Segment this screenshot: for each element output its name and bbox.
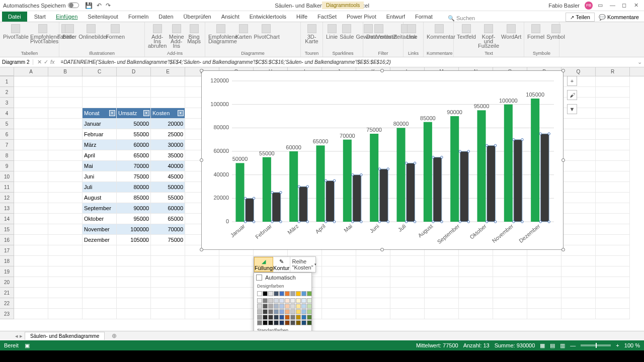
color-swatch[interactable] xyxy=(268,320,273,325)
cell[interactable] xyxy=(117,256,151,266)
cell[interactable] xyxy=(425,277,459,288)
cell[interactable] xyxy=(493,288,527,298)
cell[interactable]: 25000 xyxy=(151,129,185,140)
series-dropdown[interactable]: Reihe "Kosten" ▾ xyxy=(290,257,318,272)
cell[interactable] xyxy=(561,119,596,129)
cell[interactable] xyxy=(322,309,356,319)
color-swatch[interactable] xyxy=(296,304,301,309)
tab-factset[interactable]: FactSet xyxy=(312,12,342,22)
cell[interactable]: November xyxy=(83,224,117,235)
color-swatch[interactable] xyxy=(263,298,268,303)
cell[interactable] xyxy=(596,256,630,266)
tab-format[interactable]: Format xyxy=(410,12,438,22)
cell[interactable] xyxy=(48,214,83,224)
cell[interactable]: 105000 xyxy=(117,235,151,245)
user-name[interactable]: Fabio Basler xyxy=(548,3,580,9)
color-swatch[interactable] xyxy=(279,309,284,314)
cell[interactable] xyxy=(356,256,390,266)
color-swatch[interactable] xyxy=(263,320,268,325)
cell[interactable] xyxy=(219,309,254,319)
cell[interactable]: 30000 xyxy=(151,140,185,150)
ribbon-formel[interactable]: Formel xyxy=(527,23,544,39)
cell[interactable] xyxy=(83,266,117,277)
cell[interactable] xyxy=(48,161,83,171)
cell[interactable] xyxy=(596,161,630,171)
name-box[interactable]: Diagramm 2 xyxy=(0,59,33,65)
cell[interactable] xyxy=(459,309,493,319)
cell[interactable] xyxy=(561,214,596,224)
cell[interactable]: 35000 xyxy=(151,150,185,161)
color-swatch[interactable] xyxy=(268,298,273,303)
cell[interactable] xyxy=(117,87,151,98)
cell[interactable]: 95000 xyxy=(117,214,151,224)
ribbon-formen[interactable]: Formen xyxy=(106,23,125,39)
cell[interactable] xyxy=(48,245,83,256)
cell[interactable] xyxy=(151,309,185,319)
cell[interactable]: 45000 xyxy=(151,171,185,182)
cell[interactable] xyxy=(185,288,219,298)
cell[interactable] xyxy=(14,98,48,108)
fill-button[interactable]: ◢ Füllung xyxy=(254,257,273,272)
ribbon-bilder[interactable]: Bilder xyxy=(62,23,76,39)
cell[interactable] xyxy=(185,256,219,266)
cell[interactable] xyxy=(117,98,151,108)
cell[interactable] xyxy=(14,288,48,298)
color-swatch[interactable] xyxy=(257,304,262,309)
cell[interactable] xyxy=(83,298,117,309)
close-icon[interactable]: ✕ xyxy=(634,2,641,9)
cell[interactable] xyxy=(48,203,83,214)
cell[interactable] xyxy=(48,193,83,203)
cell[interactable] xyxy=(48,171,83,182)
cell[interactable] xyxy=(48,224,83,235)
col-header[interactable]: B xyxy=(48,67,83,76)
cell[interactable] xyxy=(322,266,356,277)
cell[interactable] xyxy=(48,98,83,108)
formula-bar[interactable]: =DATENREIHE('Säulen- und Balkendiagramme… xyxy=(59,59,635,65)
cell[interactable] xyxy=(48,150,83,161)
cell[interactable] xyxy=(322,256,356,266)
color-swatch[interactable] xyxy=(279,304,284,309)
cell[interactable] xyxy=(561,224,596,235)
color-swatch[interactable] xyxy=(301,315,306,320)
ribbon-karten[interactable]: Karten xyxy=(235,23,252,39)
cell[interactable] xyxy=(14,256,48,266)
color-swatch[interactable] xyxy=(301,298,306,303)
cell[interactable] xyxy=(117,277,151,288)
chart-styles-button[interactable]: 🖌 xyxy=(567,90,577,100)
color-swatch[interactable] xyxy=(279,320,284,325)
color-swatch[interactable] xyxy=(285,309,290,314)
sheet-tab[interactable]: Säulen- und Balkendiagramme xyxy=(25,332,105,340)
cell[interactable] xyxy=(151,288,185,298)
cell[interactable]: Oktober xyxy=(83,214,117,224)
cell[interactable] xyxy=(561,203,596,214)
ribbon-wordart[interactable]: WordArt xyxy=(501,23,521,39)
cell[interactable]: Kosten▾ xyxy=(151,108,185,119)
cell[interactable] xyxy=(596,119,630,129)
cell[interactable] xyxy=(117,76,151,87)
tab-daten[interactable]: Daten xyxy=(153,12,178,22)
cell[interactable] xyxy=(14,140,48,150)
cell[interactable] xyxy=(14,129,48,140)
col-header[interactable]: A xyxy=(14,67,48,76)
cell[interactable] xyxy=(390,277,425,288)
cell[interactable] xyxy=(561,277,596,288)
cell[interactable] xyxy=(117,266,151,277)
zoom-level[interactable]: 100 % xyxy=(624,342,640,348)
cell[interactable] xyxy=(390,266,425,277)
cell[interactable] xyxy=(561,309,596,319)
cell[interactable] xyxy=(527,277,561,288)
color-swatch[interactable] xyxy=(279,298,284,303)
cell[interactable] xyxy=(527,298,561,309)
cell[interactable] xyxy=(527,266,561,277)
cell[interactable] xyxy=(561,256,596,266)
color-swatch[interactable] xyxy=(274,320,279,325)
cell[interactable] xyxy=(493,309,527,319)
color-swatch[interactable] xyxy=(290,309,295,314)
save-icon[interactable]: 💾 xyxy=(85,2,93,9)
cell[interactable] xyxy=(151,256,185,266)
cell[interactable]: Februar xyxy=(83,129,117,140)
cell[interactable]: 20000 xyxy=(151,119,185,129)
color-swatch[interactable] xyxy=(307,309,312,314)
color-swatch[interactable] xyxy=(274,304,279,309)
color-swatch[interactable] xyxy=(301,320,306,325)
